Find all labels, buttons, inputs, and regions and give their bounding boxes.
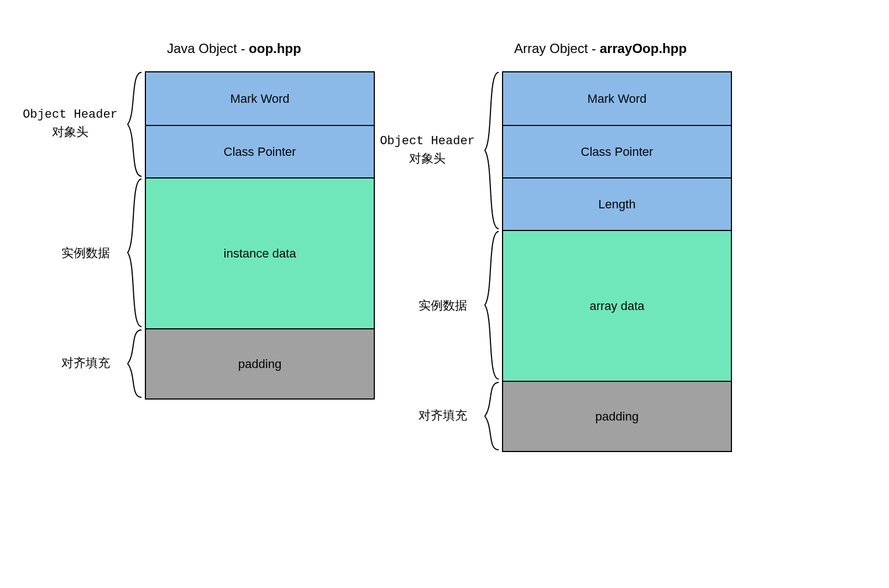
brace-left-padding xyxy=(122,329,142,398)
left-header-label-en: Object Header xyxy=(20,107,120,124)
left-cell-markword: Mark Word xyxy=(146,72,374,125)
right-cell-arraydata: array data xyxy=(503,230,731,381)
right-padding-label: 对齐填充 xyxy=(410,407,476,424)
right-cell-markword: Mark Word xyxy=(503,72,731,125)
left-padding-label: 对齐填充 xyxy=(53,355,119,372)
right-header-label-cn: 对象头 xyxy=(378,150,477,167)
left-cell-instancedata: instance data xyxy=(146,177,374,328)
right-header-label: Object Header 对象头 xyxy=(378,133,477,167)
brace-right-instance xyxy=(479,230,499,380)
right-stack: Mark Word Class Pointer Length array dat… xyxy=(502,71,732,452)
brace-right-header xyxy=(479,71,499,230)
right-header-label-en: Object Header xyxy=(378,133,477,150)
brace-left-header xyxy=(122,71,142,177)
left-title-prefix: Java Object - xyxy=(167,41,249,56)
left-header-label: Object Header 对象头 xyxy=(20,107,120,141)
brace-left-instance xyxy=(122,178,142,328)
right-cell-length: Length xyxy=(503,177,731,230)
left-cell-padding: padding xyxy=(146,328,374,398)
left-header-label-cn: 对象头 xyxy=(20,124,120,141)
right-title-prefix: Array Object - xyxy=(514,41,600,56)
right-instance-label: 实例数据 xyxy=(410,297,476,314)
right-cell-padding: padding xyxy=(503,381,731,451)
brace-right-padding xyxy=(479,381,499,451)
right-title-bold: arrayOop.hpp xyxy=(600,41,687,56)
left-title: Java Object - oop.hpp xyxy=(167,41,301,56)
right-cell-classpointer: Class Pointer xyxy=(503,125,731,177)
diagram-canvas: Java Object - oop.hpp Mark Word Class Po… xyxy=(0,0,889,588)
right-title: Array Object - arrayOop.hpp xyxy=(514,41,687,56)
left-instance-label: 实例数据 xyxy=(53,245,119,262)
left-cell-classpointer: Class Pointer xyxy=(146,125,374,177)
left-title-bold: oop.hpp xyxy=(249,41,301,56)
left-stack: Mark Word Class Pointer instance data pa… xyxy=(145,71,375,400)
